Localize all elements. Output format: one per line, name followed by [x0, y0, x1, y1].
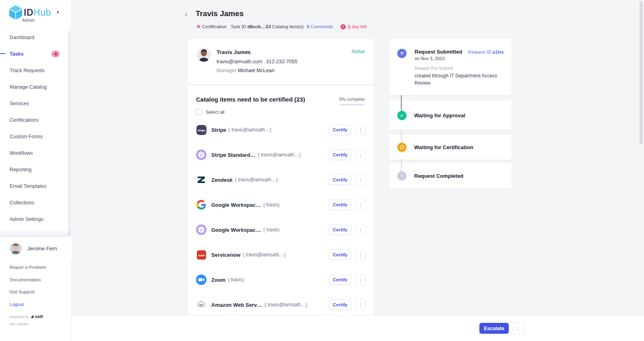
row-kebab-menu[interactable]: ⋮	[356, 125, 365, 135]
google-icon	[196, 200, 206, 210]
sidebar-item-custom-forms[interactable]: Custom Forms	[0, 128, 72, 145]
timeline-connector	[401, 95, 402, 111]
sath-logo: sath	[31, 314, 43, 319]
step-waiting-for-certification: Waiting for Certification	[389, 135, 512, 160]
progress-bar	[340, 104, 365, 106]
catalog-card: Catalog items need to be certified (23) …	[188, 85, 374, 316]
select-all[interactable]: Select all	[196, 109, 225, 115]
user-phone: 312-232-7055	[266, 59, 297, 64]
sidebar-item-dashboard[interactable]: Dashboard	[0, 29, 72, 46]
check-circle-icon	[397, 111, 407, 120]
sidebar-item-manage-catalog[interactable]: Manage Catalog	[0, 79, 72, 95]
brand-subtitle: Admin	[22, 18, 35, 23]
servicenow-icon: now	[196, 250, 206, 260]
certify-button[interactable]: Certify	[329, 225, 351, 235]
comments-link[interactable]: 0 Comments	[307, 23, 333, 30]
sidebar-nav: Dashboard Tasks4 Track Requests Manage C…	[0, 29, 72, 227]
entitlement-badge-icon	[196, 225, 206, 235]
step-request-completed: Request Completed	[389, 163, 512, 188]
current-user[interactable]: Jerome Fern	[0, 237, 72, 260]
due-date-badge: ! 1 day left	[341, 23, 367, 30]
aws-icon: aws	[196, 299, 206, 310]
certify-button[interactable]: Certify	[329, 200, 351, 210]
entitlement-badge-icon	[196, 150, 206, 160]
certify-button[interactable]: Certify	[329, 150, 351, 160]
timeline-connector-dotted	[401, 160, 402, 171]
catalog-row-google-entitlement: Google Workspac… ( travis) Certify ⋮	[188, 217, 374, 242]
request-submitted-icon	[397, 49, 407, 58]
alert-icon: !	[341, 24, 346, 29]
logout-link[interactable]: Logout	[0, 298, 72, 311]
sidebar-item-reporting[interactable]: Reporting	[0, 161, 72, 178]
user-email: travis@iamsath.com	[217, 59, 262, 64]
select-all-checkbox[interactable]	[196, 109, 202, 115]
refresh-circle-icon	[397, 143, 407, 152]
clock-circle-icon	[397, 171, 407, 181]
sidebar-item-tasks[interactable]: Tasks4	[0, 46, 72, 62]
get-support-link[interactable]: Get Support	[0, 286, 72, 298]
more-actions-kebab[interactable]: ⋮	[513, 322, 524, 334]
sidebar-item-email-templates[interactable]: Email Templates	[0, 178, 72, 194]
zendesk-icon	[196, 175, 206, 185]
sidebar-footer-links: Report a Problem Documentation Get Suppo…	[0, 261, 72, 310]
progress-label: 0% complete	[339, 97, 365, 102]
back-button[interactable]: ‹	[185, 10, 188, 18]
request-submitted-card: Request Submitted on Nov 3, 2023 Request…	[389, 39, 512, 95]
user-manager: Manager Michael McLean	[217, 68, 275, 73]
stripe-icon: stripe	[196, 125, 206, 135]
sidebar-scrollbar[interactable]	[68, 31, 70, 235]
catalog-row-stripe-entitlement: Stripe Standard… ( travis@iamsath…) Cert…	[188, 142, 374, 167]
avatar	[197, 48, 211, 62]
page-scrollbar[interactable]	[640, 1, 643, 144]
escalate-button[interactable]: Escalate	[479, 323, 509, 334]
row-kebab-menu[interactable]: ⋮	[356, 299, 365, 310]
report-problem-link[interactable]: Report a Problem	[0, 261, 72, 274]
powered-by: powered by sath	[10, 314, 43, 319]
current-user-name: Jerome Fern	[27, 245, 57, 252]
svg-text:now: now	[198, 254, 205, 257]
sidebar-item-certifications[interactable]: Certifications	[0, 112, 72, 128]
svg-text:aws: aws	[199, 304, 203, 306]
row-kebab-menu[interactable]: ⋮	[356, 150, 365, 160]
step-waiting-for-approval: Waiting for Approval	[389, 101, 512, 130]
row-kebab-menu[interactable]: ⋮	[356, 250, 365, 260]
catalog-row-aws: aws Amazon Web Serv… ( travis@iamsath…) …	[188, 292, 374, 317]
task-id: Task ID d6ccb…	[231, 23, 265, 30]
catalog-title: Catalog items need to be certified (23)	[196, 96, 305, 103]
task-type-tag: Certification	[197, 23, 227, 30]
user-summary-card: Travis James IT travis@iamsath.com 312-2…	[188, 39, 374, 84]
certify-button[interactable]: Certify	[329, 175, 351, 185]
catalog-row-zoom: Zoom ( travis) Certify ⋮	[188, 267, 374, 292]
sidebar-item-workflows[interactable]: Workflows	[0, 145, 72, 161]
certify-button[interactable]: Certify	[329, 299, 351, 310]
documentation-link[interactable]: Documentation	[0, 274, 72, 286]
sidebar-item-services[interactable]: Services	[0, 95, 72, 112]
row-kebab-menu[interactable]: ⋮	[356, 175, 365, 185]
catalog-row-stripe: stripe Stripe ( travis@iamsath…) Certify…	[188, 117, 374, 142]
step-title: Request Submitted	[415, 49, 462, 55]
row-kebab-menu[interactable]: ⋮	[356, 200, 365, 210]
row-kebab-menu[interactable]: ⋮	[356, 274, 365, 285]
svg-text:stripe: stripe	[197, 129, 205, 132]
certification-dot-icon	[197, 25, 200, 28]
chevron-down-icon[interactable]: ▾	[57, 10, 59, 15]
catalog-count: 23 Catalog item(s)	[266, 23, 303, 30]
request-id-link[interactable]: Request ID a1fec	[468, 50, 504, 54]
sidebar-item-admin-settings[interactable]: Admin Settings	[0, 211, 72, 227]
certify-button[interactable]: Certify	[329, 250, 351, 260]
catalog-row-servicenow: now Servicenow ( travis@iamsath…) Certif…	[188, 242, 374, 267]
reason-label: Reason For Submit	[415, 66, 453, 71]
sidebar-item-track-requests[interactable]: Track Requests	[0, 62, 72, 79]
user-department: IT	[245, 50, 249, 55]
row-kebab-menu[interactable]: ⋮	[356, 225, 365, 235]
sidebar-item-collections[interactable]: Collections	[0, 194, 72, 211]
certify-button[interactable]: Certify	[329, 125, 351, 135]
version-label: ver. master	[10, 322, 29, 326]
brand-name: IDHub	[24, 7, 51, 18]
sidebar-divider-shadow	[0, 229, 71, 237]
status-badge: Active	[351, 49, 365, 54]
avatar	[10, 242, 22, 254]
idhub-hexagon-icon	[9, 5, 23, 20]
tasks-count-badge: 4	[52, 51, 60, 57]
certify-button[interactable]: Certify	[329, 274, 351, 285]
